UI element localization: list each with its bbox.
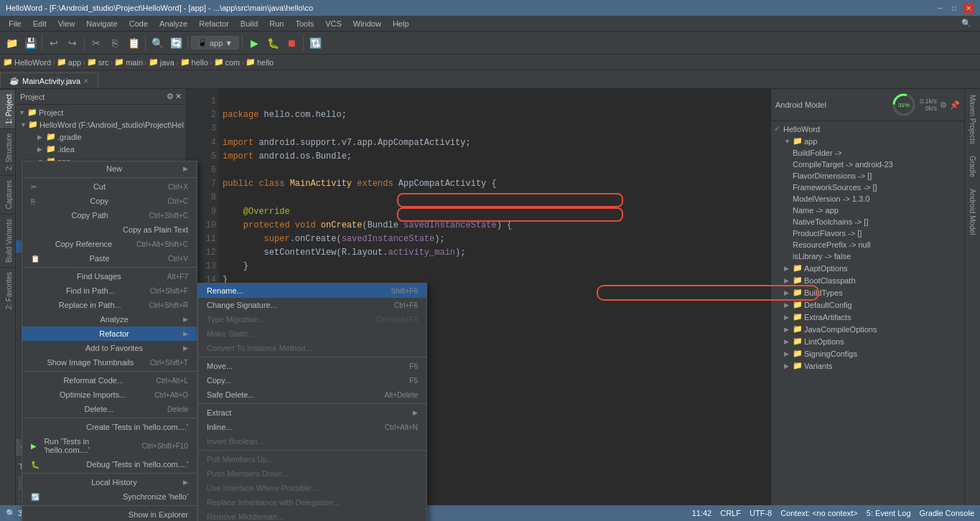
gradle-javacompileoptions[interactable]: ▶📁JavaCompileOptions <box>771 323 964 335</box>
menu-edit[interactable]: Edit <box>27 18 52 29</box>
gradle-bootclasspath[interactable]: ▶📁BootClasspath <box>771 274 964 286</box>
toolbar-search-btn[interactable]: 🔍 <box>149 34 166 52</box>
event-log-tab[interactable]: 5: Event Log <box>867 509 911 517</box>
sync-button[interactable]: 🔃 <box>307 34 324 52</box>
toolbar-paste-btn[interactable]: 📋 <box>125 34 142 52</box>
gradle-productflavors[interactable]: ProductFlavors -> [] <box>771 227 964 239</box>
menu-analyze[interactable]: Analyze <box>154 18 193 29</box>
close-button[interactable]: ✕ <box>963 3 974 13</box>
gradle-nativetoolchains[interactable]: NativeToolchains -> [] <box>771 216 964 227</box>
breadcrumb-item-app[interactable]: 📁app <box>57 57 81 67</box>
gradle-lintoptions[interactable]: ▶📁LintOptions <box>771 335 964 347</box>
ref-extract[interactable]: Extract▶ <box>198 405 426 420</box>
menu-file[interactable]: File <box>3 18 27 29</box>
ctx-analyze[interactable]: Analyze <box>22 312 197 327</box>
ref-copy[interactable]: Copy...F5 <box>198 373 426 388</box>
debug-button[interactable]: 🐛 <box>264 34 281 52</box>
editor-content[interactable]: package hello.com.hello; import android.… <box>187 89 770 307</box>
ctx-reformat[interactable]: Reformat Code...Ctrl+Alt+L <box>22 373 197 388</box>
menu-help[interactable]: Help <box>387 18 415 29</box>
ctx-sync[interactable]: 🔃Synchronize 'hello' <box>22 489 197 504</box>
gradle-console-tab[interactable]: Gradle Console <box>920 509 974 517</box>
menu-refactor[interactable]: Refactor <box>193 18 235 29</box>
app-selector[interactable]: 📱app▼ <box>191 36 239 50</box>
gradle-islibrary[interactable]: isLibrary -> false <box>771 250 964 262</box>
gradle-resourceprefix[interactable]: ResourcePrefix -> null <box>771 239 964 250</box>
menu-vcs[interactable]: VCS <box>319 18 347 29</box>
pin-icon[interactable]: 📌 <box>950 100 960 110</box>
gradle-compiletarget[interactable]: CompileTarget -> android-23 <box>771 159 964 170</box>
android-model-tab[interactable]: Android Model <box>966 183 979 240</box>
stop-button[interactable]: ⏹ <box>283 34 300 52</box>
ctx-create-tests[interactable]: Create 'Tests in 'hello.com....' <box>22 420 197 434</box>
gradle-signingconfigs[interactable]: ▶📁SigningConfigs <box>771 347 964 360</box>
ctx-delete[interactable]: Delete...Delete <box>22 402 197 416</box>
gradle-tab[interactable]: Gradle <box>966 150 979 183</box>
maximize-button[interactable]: □ <box>948 3 960 13</box>
breadcrumb-item-src[interactable]: 📁src <box>87 57 109 67</box>
ref-inline[interactable]: Inline...Ctrl+Alt+N <box>198 420 426 434</box>
breadcrumb-item-hello[interactable]: 📁hello <box>180 57 208 67</box>
menu-navigate[interactable]: Navigate <box>80 18 123 29</box>
ctx-copy-path[interactable]: Copy PathCtrl+Shift+C <box>22 208 197 222</box>
tab-mainactivity[interactable]: ☕ MainActivity.java ✕ <box>0 72 98 88</box>
tree-idea[interactable]: ▶📁.idea <box>16 143 186 155</box>
ctx-find-usages[interactable]: Find UsagesAlt+F7 <box>22 269 197 283</box>
gradle-extraartifacts[interactable]: ▶📁ExtraArtifacts <box>771 311 964 323</box>
ref-move[interactable]: Move...F6 <box>198 359 426 373</box>
captures-tab-btn[interactable]: Captures <box>0 175 15 214</box>
structure-tab-btn[interactable]: 2: Structure <box>0 128 15 175</box>
ctx-copy[interactable]: ⎘CopyCtrl+C <box>22 194 197 208</box>
ref-rename[interactable]: Rename...Shift+F6 <box>198 283 426 298</box>
gradle-frameworksources[interactable]: FrameworkSources -> [] <box>771 182 964 193</box>
toolbar-open-btn[interactable]: 📁 <box>3 34 20 52</box>
tree-hellowword[interactable]: ▼📁HelloWord (F:\Android_studio\Project\H… <box>16 118 186 131</box>
ctx-new[interactable]: New <box>22 161 197 176</box>
ctx-local-history[interactable]: Local History <box>22 475 197 489</box>
ctx-copy-ref[interactable]: Copy ReferenceCtrl+Alt+Shift+C <box>22 237 197 251</box>
breadcrumb-item-com[interactable]: 📁com <box>214 57 241 67</box>
ctx-replace-path[interactable]: Replace in Path...Ctrl+Shift+R <box>22 298 197 312</box>
project-tab-btn[interactable]: 1: Project <box>0 89 15 128</box>
ref-safe-delete[interactable]: Safe Delete...Alt+Delete <box>198 388 426 402</box>
ctx-run-tests[interactable]: ▶Run 'Tests in 'hello.com....'Ctrl+Shift… <box>22 434 197 457</box>
tab-close-btn[interactable]: ✕ <box>83 78 89 85</box>
menu-view[interactable]: View <box>52 18 81 29</box>
ctx-copy-plain[interactable]: Copy as Plain Text <box>22 222 197 237</box>
ctx-show-explorer[interactable]: Show in Explorer <box>22 507 197 521</box>
breadcrumb-item-hellowword[interactable]: 📁HelloWord <box>3 57 51 67</box>
search-everywhere-button[interactable]: 🔍 <box>956 17 977 29</box>
close-icon[interactable]: ✕ <box>175 92 182 101</box>
gradle-name[interactable]: Name -> app <box>771 205 964 216</box>
menu-run[interactable]: Run <box>263 18 289 29</box>
favorites-tab-btn[interactable]: 2: Favorites <box>0 267 15 314</box>
ctx-refactor[interactable]: Refactor <box>22 327 197 341</box>
ctx-paste[interactable]: 📋PasteCtrl+V <box>22 251 197 266</box>
gear-icon[interactable]: ⚙ <box>167 92 174 101</box>
tree-gradle[interactable]: ▶📁.gradle <box>16 131 186 143</box>
toolbar-redo-btn[interactable]: ↪ <box>64 34 81 52</box>
maven-projects-tab[interactable]: Maven Projects <box>966 89 979 150</box>
breadcrumb-item-hello2[interactable]: 📁hello <box>246 57 274 67</box>
gradle-modelversion[interactable]: ModelVersion -> 1.3.0 <box>771 193 964 205</box>
ctx-find-path[interactable]: Find in Path...Ctrl+Shift+F <box>22 283 197 298</box>
ctx-debug-tests[interactable]: 🐛Debug 'Tests in 'hello.com....' <box>22 457 197 471</box>
run-button[interactable]: ▶ <box>246 34 263 52</box>
menu-tools[interactable]: Tools <box>289 18 319 29</box>
gradle-buildtypes[interactable]: ▶📁BuildTypes <box>771 286 964 299</box>
toolbar-copy-btn[interactable]: ⎘ <box>106 34 123 52</box>
toolbar-cut-btn[interactable]: ✂ <box>88 34 105 52</box>
settings-icon[interactable]: ⚙ <box>940 100 947 110</box>
gradle-flavordimensions[interactable]: FlavorDimensions -> [] <box>771 170 964 182</box>
breadcrumb-item-java[interactable]: 📁java <box>149 57 174 67</box>
tree-project[interactable]: ▼📁Project <box>16 106 186 118</box>
ctx-cut[interactable]: ✂CutCtrl+X <box>22 179 197 194</box>
minimize-button[interactable]: ─ <box>934 3 946 13</box>
breadcrumb-item-main[interactable]: 📁main <box>114 57 143 67</box>
gradle-app[interactable]: ▼📁app <box>771 135 964 147</box>
menu-code[interactable]: Code <box>123 18 154 29</box>
ctx-optimize[interactable]: Optimize Imports...Ctrl+Alt+O <box>22 388 197 402</box>
ref-change-sig[interactable]: Change Signature...Ctrl+F6 <box>198 298 426 312</box>
bv-tab-btn[interactable]: Build Variants <box>0 214 15 267</box>
menu-build[interactable]: Build <box>235 18 263 29</box>
